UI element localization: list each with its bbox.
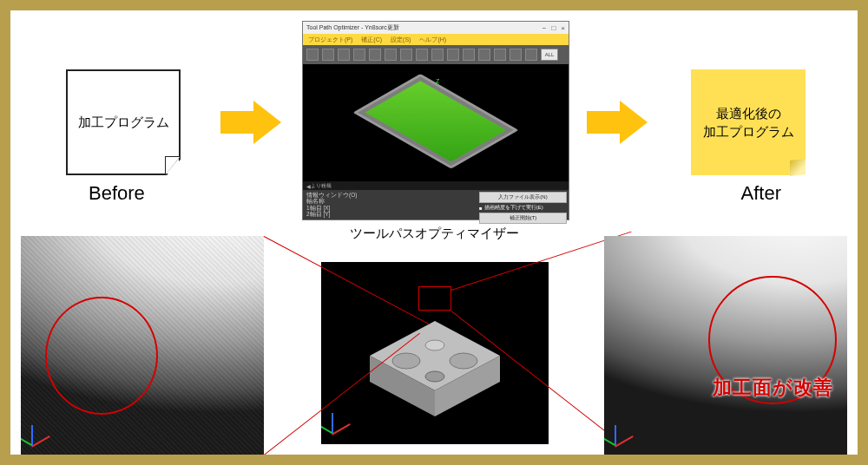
svg-point-5 <box>392 353 420 369</box>
svg-point-7 <box>425 340 444 350</box>
menu-settings[interactable]: 設定(S) <box>391 36 411 44</box>
start-correction-button[interactable]: 補正開始(T) <box>479 213 567 224</box>
app-title: Tool Path Optimizer - Yn8sorc更新 <box>306 23 399 32</box>
svg-marker-1 <box>587 101 648 144</box>
window-min-icon[interactable]: − <box>542 24 547 32</box>
tool-icon[interactable] <box>416 49 428 61</box>
tool-all-button[interactable]: ALL <box>541 49 558 61</box>
window-close-icon[interactable]: × <box>561 24 565 32</box>
tool-icon[interactable] <box>385 49 397 61</box>
tool-icon[interactable] <box>322 49 334 61</box>
tool-icon[interactable] <box>400 49 412 61</box>
tool-icon[interactable] <box>369 49 381 61</box>
svg-point-8 <box>425 371 444 382</box>
tool-icon[interactable] <box>478 49 490 61</box>
axis-gizmo-icon <box>26 413 64 451</box>
axis-gizmo-icon <box>609 413 648 451</box>
status-footer: 情報ウィンドウ(O) 軸名称 1軸目 [X] 2軸目 [Y] 入力ファイル表示(… <box>303 190 569 219</box>
before-note-text: 加工プログラム <box>78 115 169 131</box>
slider-label: より粗橋 <box>311 182 332 190</box>
window-max-icon[interactable]: □ <box>551 24 556 32</box>
axis-overlay-icon: Z <box>436 78 439 84</box>
arrow-right-icon <box>220 101 281 144</box>
after-render-panel <box>604 236 847 456</box>
before-render-panel <box>21 236 264 456</box>
info-line: 2軸目 [Y] <box>306 211 474 217</box>
tool-icon[interactable] <box>306 49 319 61</box>
info-line: 軸名称 <box>306 198 474 204</box>
svg-marker-0 <box>220 101 281 144</box>
svg-point-6 <box>450 353 477 369</box>
after-note: 最適化後の 加工プログラム <box>691 69 806 175</box>
app-window: Tool Path Optimizer - Yn8sorc更新 − □ × プロ… <box>302 21 569 220</box>
tool-icon[interactable] <box>338 49 350 61</box>
improvement-label: 加工面が改善 <box>713 375 833 401</box>
rendered-model <box>353 74 519 169</box>
before-caption: Before <box>89 182 145 205</box>
low-precision-checkbox[interactable]: 描画精度を下げて実行(E) <box>479 204 567 212</box>
viewport-3d[interactable]: Z <box>303 64 569 181</box>
axis-gizmo-icon <box>326 401 365 439</box>
before-note-fold <box>165 156 181 175</box>
defect-highlight-circle <box>45 297 158 415</box>
menu-help[interactable]: ヘルプ(H) <box>419 36 446 44</box>
titlebar: Tool Path Optimizer - Yn8sorc更新 − □ × <box>303 22 569 34</box>
info-window-title: 情報ウィンドウ(O) <box>306 192 474 198</box>
tool-icon[interactable] <box>463 49 475 61</box>
tool-icon[interactable] <box>494 49 506 61</box>
tool-icon[interactable] <box>447 49 459 61</box>
overview-model <box>352 295 517 425</box>
info-line: 1軸目 [X] <box>306 205 474 211</box>
after-note-text: 最適化後の 加工プログラム <box>703 104 794 141</box>
before-note: 加工プログラム <box>66 69 181 175</box>
menubar: プロジェクト(P) 補正(C) 設定(S) ヘルプ(H) <box>303 34 569 45</box>
precision-slider-row[interactable]: ◀ より粗橋 <box>303 181 569 190</box>
roi-box <box>418 286 451 311</box>
toolbar: ALL <box>303 45 569 64</box>
menu-project[interactable]: プロジェクト(P) <box>308 36 352 44</box>
arrow-right-icon <box>587 101 648 144</box>
diagram-stage: 加工プログラム Before Tool Path Optimizer - Yn8… <box>10 10 858 455</box>
tool-icon[interactable] <box>353 49 365 61</box>
show-input-file-button[interactable]: 入力ファイル表示(N) <box>479 192 567 203</box>
tool-icon[interactable] <box>525 49 537 61</box>
menu-correct[interactable]: 補正(C) <box>361 36 382 44</box>
tool-icon[interactable] <box>431 49 444 61</box>
tool-icon[interactable] <box>510 49 522 61</box>
after-note-fold <box>790 159 806 176</box>
after-caption: After <box>741 182 781 205</box>
